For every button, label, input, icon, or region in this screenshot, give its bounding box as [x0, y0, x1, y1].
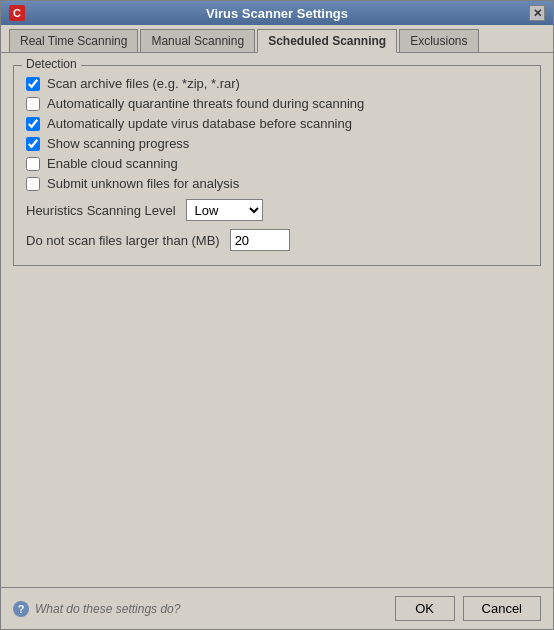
max-size-input[interactable]	[230, 229, 290, 251]
auto-quarantine-checkbox[interactable]	[26, 97, 40, 111]
detection-group: Detection Scan archive files (e.g. *zip,…	[13, 65, 541, 266]
cloud-scanning-label: Enable cloud scanning	[47, 156, 178, 171]
checkbox-row-submit-unknown: Submit unknown files for analysis	[26, 176, 528, 191]
cancel-button[interactable]: Cancel	[463, 596, 541, 621]
detection-group-title: Detection	[22, 57, 81, 71]
main-window: C Virus Scanner Settings ✕ Real Time Sca…	[0, 0, 554, 630]
checkbox-row-show-progress: Show scanning progress	[26, 136, 528, 151]
auto-update-checkbox[interactable]	[26, 117, 40, 131]
scan-archive-checkbox[interactable]	[26, 77, 40, 91]
heuristics-label: Heuristics Scanning Level	[26, 203, 176, 218]
help-icon[interactable]: ?	[13, 601, 29, 617]
content-area: Detection Scan archive files (e.g. *zip,…	[1, 53, 553, 587]
window-title: Virus Scanner Settings	[25, 6, 529, 21]
help-text: What do these settings do?	[35, 602, 180, 616]
tab-scheduled[interactable]: Scheduled Scanning	[257, 29, 397, 53]
bottom-bar: ? What do these settings do? OK Cancel	[1, 587, 553, 629]
auto-quarantine-label: Automatically quarantine threats found d…	[47, 96, 364, 111]
app-icon: C	[9, 5, 25, 21]
heuristics-select-wrapper: Low Medium High	[186, 199, 263, 221]
checkbox-row-scan-archive: Scan archive files (e.g. *zip, *.rar)	[26, 76, 528, 91]
help-area: ? What do these settings do?	[13, 601, 387, 617]
tab-exclusions[interactable]: Exclusions	[399, 29, 478, 52]
title-bar: C Virus Scanner Settings ✕	[1, 1, 553, 25]
auto-update-label: Automatically update virus database befo…	[47, 116, 352, 131]
cloud-scanning-checkbox[interactable]	[26, 157, 40, 171]
show-progress-checkbox[interactable]	[26, 137, 40, 151]
max-size-row: Do not scan files larger than (MB)	[26, 229, 528, 251]
tab-manual[interactable]: Manual Scanning	[140, 29, 255, 52]
submit-unknown-label: Submit unknown files for analysis	[47, 176, 239, 191]
checkbox-row-auto-update: Automatically update virus database befo…	[26, 116, 528, 131]
max-size-label: Do not scan files larger than (MB)	[26, 233, 220, 248]
heuristics-select[interactable]: Low Medium High	[186, 199, 263, 221]
scan-archive-label: Scan archive files (e.g. *zip, *.rar)	[47, 76, 240, 91]
show-progress-label: Show scanning progress	[47, 136, 189, 151]
close-button[interactable]: ✕	[529, 5, 545, 21]
checkbox-row-auto-quarantine: Automatically quarantine threats found d…	[26, 96, 528, 111]
checkbox-row-cloud-scanning: Enable cloud scanning	[26, 156, 528, 171]
tab-real-time[interactable]: Real Time Scanning	[9, 29, 138, 52]
ok-button[interactable]: OK	[395, 596, 455, 621]
heuristics-row: Heuristics Scanning Level Low Medium Hig…	[26, 199, 528, 221]
submit-unknown-checkbox[interactable]	[26, 177, 40, 191]
tab-bar: Real Time Scanning Manual Scanning Sched…	[1, 25, 553, 53]
